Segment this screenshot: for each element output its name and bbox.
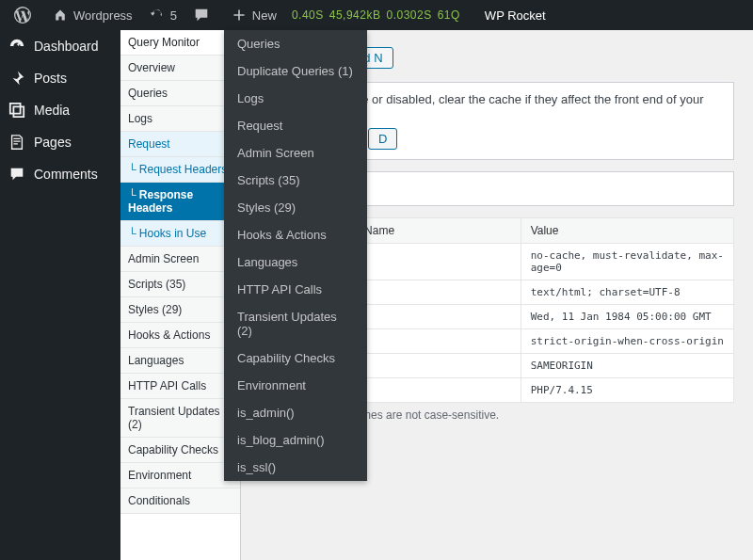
dropdown-item[interactable]: Scripts (35) bbox=[224, 167, 367, 194]
site-name[interactable]: Wordpress bbox=[43, 0, 140, 30]
comments-bubble[interactable] bbox=[184, 0, 222, 30]
new-content[interactable]: New bbox=[222, 0, 284, 30]
qm-item[interactable]: Request bbox=[120, 132, 240, 157]
dropdown-item[interactable]: HTTP API Calls bbox=[224, 276, 367, 303]
comment-icon bbox=[192, 6, 211, 24]
pin-icon bbox=[8, 69, 26, 88]
dropdown-item[interactable]: Capability Checks bbox=[224, 344, 367, 372]
qm-item[interactable]: Environment bbox=[120, 463, 240, 488]
sidebar-item-media[interactable]: Media bbox=[0, 94, 120, 126]
dropdown-item[interactable]: is_admin() bbox=[224, 399, 367, 426]
qm-item[interactable]: Styles (29) bbox=[120, 297, 240, 323]
qm-item[interactable]: Transient Updates (2) bbox=[120, 399, 240, 438]
dropdown-item[interactable]: Request bbox=[224, 112, 367, 139]
dropdown-item[interactable]: Logs bbox=[224, 85, 367, 112]
home-icon bbox=[51, 6, 70, 24]
dropdown-item[interactable]: Duplicate Queries (1) bbox=[224, 57, 367, 85]
dropdown-item[interactable]: Transient Updates (2) bbox=[224, 303, 367, 344]
dropdown-item[interactable]: Styles (29) bbox=[224, 194, 367, 221]
qm-item: Query Monitor bbox=[120, 30, 240, 56]
sidebar-item-dashboard[interactable]: Dashboard bbox=[0, 30, 120, 62]
qm-item[interactable]: Admin Screen bbox=[120, 247, 240, 272]
qm-item[interactable]: Hooks & Actions bbox=[120, 323, 240, 348]
wp-rocket-menu[interactable]: WP Rocket bbox=[477, 0, 553, 30]
qm-item[interactable]: Languages bbox=[120, 348, 240, 374]
wp-logo[interactable] bbox=[6, 0, 43, 30]
col-header-value: Value bbox=[521, 218, 733, 244]
qm-item[interactable]: Queries bbox=[120, 81, 240, 106]
dropdown-item[interactable]: is_ssl() bbox=[224, 454, 367, 481]
dropdown-item[interactable]: Admin Screen bbox=[224, 139, 367, 167]
qm-item[interactable]: Capability Checks bbox=[120, 438, 240, 463]
dropdown-item[interactable]: Queries bbox=[224, 30, 367, 57]
admin-bar: Wordpress 5 New 0.40S 45,942kB 0.0302S 6… bbox=[0, 0, 753, 30]
admin-sidebar: DashboardPostsMediaPagesComments bbox=[0, 30, 120, 560]
qm-item[interactable]: Scripts (35) bbox=[120, 272, 240, 297]
qm-item[interactable]: Overview bbox=[120, 56, 240, 81]
updates[interactable]: 5 bbox=[140, 0, 184, 30]
qm-stats[interactable]: 0.40S 45,942kB 0.0302S 61Q bbox=[284, 0, 473, 30]
comment-icon bbox=[8, 165, 26, 184]
sidebar-item-comments[interactable]: Comments bbox=[0, 158, 120, 190]
dropdown-item[interactable]: is_blog_admin() bbox=[224, 426, 367, 454]
qm-dropdown: QueriesDuplicate Queries (1)LogsRequestA… bbox=[224, 30, 367, 481]
qm-item[interactable]: Conditionals bbox=[120, 488, 240, 514]
qm-item[interactable]: └ Request Headers bbox=[120, 157, 240, 183]
qm-sidebar: Query MonitorOverviewQueriesLogsRequest└… bbox=[120, 30, 241, 560]
dropdown-item[interactable]: Environment bbox=[224, 372, 367, 399]
qm-item[interactable]: Logs bbox=[120, 106, 240, 132]
sidebar-item-posts[interactable]: Posts bbox=[0, 62, 120, 94]
dismiss-button[interactable]: D bbox=[368, 128, 397, 150]
dropdown-item[interactable]: Hooks & Actions bbox=[224, 221, 367, 248]
dashboard-icon bbox=[8, 37, 26, 56]
qm-item[interactable]: └ Hooks in Use bbox=[120, 221, 240, 247]
qm-item[interactable]: └ Response Headers bbox=[120, 183, 240, 221]
pages-icon bbox=[8, 133, 26, 152]
dropdown-item[interactable]: Languages bbox=[224, 248, 367, 276]
qm-item[interactable]: HTTP API Calls bbox=[120, 374, 240, 399]
sidebar-item-pages[interactable]: Pages bbox=[0, 126, 120, 158]
media-icon bbox=[8, 101, 26, 120]
plus-icon bbox=[230, 6, 248, 24]
update-icon bbox=[148, 6, 167, 24]
